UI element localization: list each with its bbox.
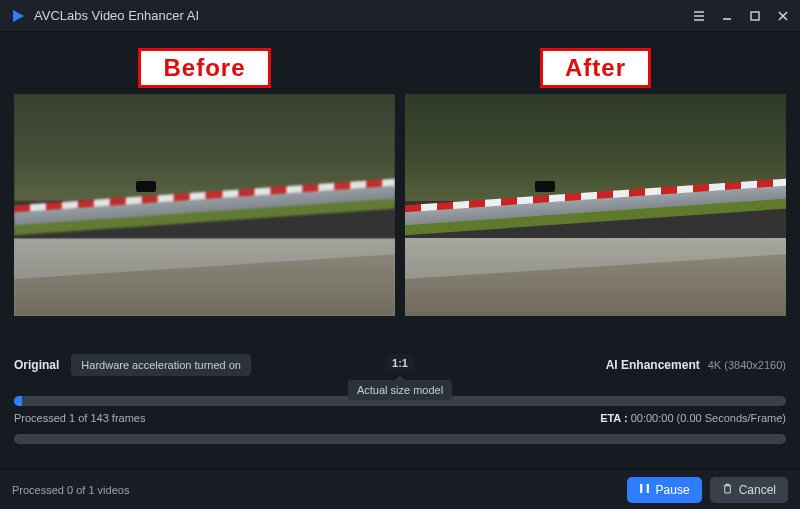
trash-icon <box>722 483 733 497</box>
actual-size-tooltip: Actual size model <box>348 380 452 400</box>
pause-button-label: Pause <box>656 483 690 497</box>
before-annotation: Before <box>138 48 270 88</box>
pause-icon <box>639 483 650 497</box>
videos-processed-text: Processed 0 of 1 videos <box>12 484 619 496</box>
frames-processed-text: Processed 1 of 143 frames <box>14 412 145 424</box>
minimize-icon[interactable] <box>720 9 734 23</box>
preview-before-column: Before <box>14 48 395 316</box>
cancel-button-label: Cancel <box>739 483 776 497</box>
scale-badge[interactable]: 1:1 <box>385 354 415 372</box>
cancel-button[interactable]: Cancel <box>710 477 788 503</box>
original-label: Original <box>14 358 59 372</box>
preview-before-image <box>14 94 395 316</box>
preview-after-column: After <box>405 48 786 316</box>
preview-zone: Before After <box>0 32 800 324</box>
app-title: AVCLabs Video Enhancer AI <box>34 8 692 23</box>
app-logo-icon <box>10 8 26 24</box>
videos-progress-bar <box>14 434 786 444</box>
window-controls <box>692 9 790 23</box>
maximize-icon[interactable] <box>748 9 762 23</box>
hw-accel-toast: Hardware acceleration turned on <box>71 354 251 376</box>
eta-value: 00:00:00 (0.00 Seconds/Frame) <box>631 412 786 424</box>
frames-progress-fill <box>14 396 22 406</box>
menu-icon[interactable] <box>692 9 706 23</box>
close-icon[interactable] <box>776 9 790 23</box>
svg-marker-0 <box>13 10 24 22</box>
pause-button[interactable]: Pause <box>627 477 702 503</box>
svg-rect-1 <box>751 12 759 20</box>
ai-enhancement-label: AI Enhancement <box>606 358 700 372</box>
footer-bar: Processed 0 of 1 videos Pause Cancel <box>0 469 800 509</box>
eta-label: ETA : <box>600 412 628 424</box>
title-bar: AVCLabs Video Enhancer AI <box>0 0 800 32</box>
comparison-label-row: Original Hardware acceleration turned on… <box>0 324 800 378</box>
eta-text: ETA : 00:00:00 (0.00 Seconds/Frame) <box>600 412 786 424</box>
ai-enhancement-resolution: 4K (3840x2160) <box>708 359 786 371</box>
after-annotation: After <box>540 48 651 88</box>
preview-after-image <box>405 94 786 316</box>
